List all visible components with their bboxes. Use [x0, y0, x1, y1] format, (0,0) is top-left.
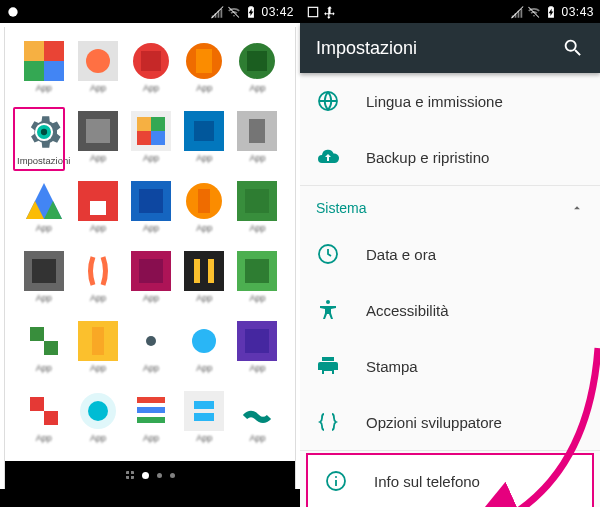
app-blurred[interactable]: App	[17, 251, 70, 315]
svg-rect-44	[194, 259, 200, 283]
svg-point-6	[86, 49, 110, 73]
app-blurred[interactable]: App	[179, 181, 230, 245]
svg-rect-24	[194, 121, 214, 141]
phone-left: 03:42 App App App App App Impostazioni A…	[0, 0, 300, 507]
settings-appbar: Impostazioni	[300, 23, 600, 73]
app-settings[interactable]: Impostazioni	[17, 111, 70, 175]
settings-item-accessibility[interactable]: Accessibilità	[300, 282, 600, 338]
settings-item-print[interactable]: Stampa	[300, 338, 600, 394]
svg-rect-50	[44, 341, 58, 355]
wifi-off-icon	[527, 5, 541, 19]
signal-off-icon	[510, 5, 524, 19]
android-navbar	[0, 489, 300, 507]
app-blurred[interactable]: App	[17, 391, 70, 455]
category-header-system[interactable]: Sistema	[300, 186, 600, 226]
settings-item-language[interactable]: Lingua e immissione	[300, 73, 600, 129]
statusbar-left: 03:42	[0, 0, 300, 23]
app-blurred[interactable]: App	[72, 321, 123, 385]
svg-rect-52	[92, 327, 104, 355]
settings-item-backup[interactable]: Backup e ripristino	[300, 129, 600, 185]
svg-rect-17	[86, 119, 110, 143]
svg-point-63	[88, 401, 108, 421]
category-header-label: Sistema	[316, 200, 367, 216]
app-blurred[interactable]: App	[126, 111, 177, 175]
svg-rect-37	[245, 189, 269, 213]
svg-rect-66	[137, 407, 165, 413]
app-blurred[interactable]: App	[72, 181, 123, 245]
app-blurred[interactable]: App	[179, 251, 230, 315]
settings-item-developer[interactable]: Opzioni sviluppatore	[300, 394, 600, 450]
app-blurred[interactable]: App	[126, 181, 177, 245]
settings-item-datetime[interactable]: Data e ora	[300, 226, 600, 282]
app-blurred[interactable]: App	[72, 111, 123, 175]
svg-point-75	[326, 300, 330, 304]
svg-rect-10	[196, 49, 212, 73]
wifi-off-icon	[227, 5, 241, 19]
svg-rect-69	[194, 401, 214, 409]
screenshot-icon	[306, 5, 320, 19]
app-blurred[interactable]: App	[232, 181, 283, 245]
svg-rect-47	[245, 259, 269, 283]
app-blurred[interactable]: App	[232, 251, 283, 315]
page-dot[interactable]	[157, 473, 162, 478]
settings-item-about-phone[interactable]: Info sul telefono	[306, 453, 594, 507]
app-blurred[interactable]: App	[232, 321, 283, 385]
battery-charging-icon	[244, 5, 258, 19]
svg-point-15	[41, 129, 47, 135]
app-blurred[interactable]: App	[126, 41, 177, 105]
app-settings-label: Impostazioni	[17, 155, 70, 165]
app-blurred[interactable]: App	[72, 41, 123, 105]
app-drawer[interactable]: App App App App App Impostazioni App App…	[4, 27, 296, 461]
globe-icon	[316, 89, 340, 113]
app-blurred[interactable]: App	[17, 321, 70, 385]
svg-rect-71	[237, 391, 277, 431]
svg-rect-22	[151, 131, 165, 145]
status-time-right: 03:43	[561, 5, 594, 19]
app-blurred[interactable]: App	[126, 321, 177, 385]
app-blurred[interactable]: App	[72, 391, 123, 455]
page-indicator[interactable]	[4, 461, 296, 489]
phone-right: 03:43 Impostazioni Lingua e immissione B…	[300, 0, 600, 507]
svg-rect-35	[198, 189, 210, 213]
svg-rect-33	[139, 189, 163, 213]
app-blurred[interactable]: App	[179, 111, 230, 175]
app-blurred[interactable]: App	[126, 251, 177, 315]
page-dot[interactable]	[142, 472, 149, 479]
svg-rect-39	[32, 259, 56, 283]
app-blurred[interactable]: App	[17, 41, 70, 105]
svg-rect-45	[208, 259, 214, 283]
settings-item-label: Info sul telefono	[374, 473, 480, 490]
app-blurred[interactable]: App	[179, 321, 230, 385]
svg-rect-12	[247, 51, 267, 71]
svg-rect-19	[137, 117, 151, 131]
svg-rect-70	[194, 413, 214, 421]
svg-point-78	[335, 476, 337, 478]
app-blurred[interactable]: App	[232, 41, 283, 105]
settings-list[interactable]: Lingua e immissione Backup e ripristino …	[300, 73, 600, 507]
app-blurred[interactable]: App	[179, 391, 230, 455]
app-blurred[interactable]: App	[232, 391, 283, 455]
svg-rect-60	[30, 397, 44, 411]
app-blurred[interactable]: App	[17, 181, 70, 245]
app-blurred[interactable]: App	[179, 41, 230, 105]
apps-grid-indicator-icon[interactable]	[126, 471, 134, 479]
app-blurred[interactable]: App	[232, 111, 283, 175]
svg-rect-43	[184, 251, 224, 291]
whatsapp-icon	[6, 5, 20, 19]
braces-icon	[316, 410, 340, 434]
info-icon	[324, 469, 348, 493]
svg-rect-2	[44, 41, 64, 61]
search-icon[interactable]	[562, 37, 584, 59]
svg-rect-21	[137, 131, 151, 145]
svg-rect-61	[44, 411, 58, 425]
svg-rect-8	[141, 51, 161, 71]
settings-item-label: Accessibilità	[366, 302, 449, 319]
svg-point-54	[146, 336, 156, 346]
settings-item-label: Lingua e immissione	[366, 93, 503, 110]
cloud-upload-icon	[316, 145, 340, 169]
svg-point-0	[8, 7, 17, 16]
svg-rect-58	[245, 329, 269, 353]
app-blurred[interactable]: App	[72, 251, 123, 315]
app-blurred[interactable]: App	[126, 391, 177, 455]
page-dot[interactable]	[170, 473, 175, 478]
